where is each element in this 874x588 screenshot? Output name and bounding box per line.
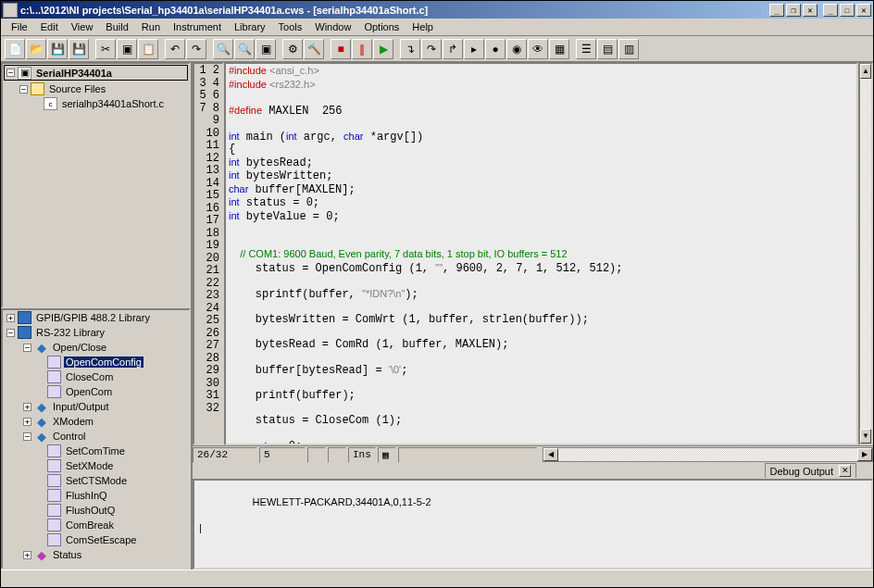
menu-build[interactable]: Build	[99, 19, 134, 34]
tool-break[interactable]: ‖	[352, 39, 372, 59]
child-minimize-button[interactable]: _	[769, 4, 784, 17]
code-text[interactable]: #include <ansi_c.h> #include <rs232.h> #…	[224, 62, 858, 445]
panel-icon	[47, 444, 61, 457]
app-icon	[3, 3, 18, 18]
scroll-down-button[interactable]: ▼	[860, 429, 871, 444]
menu-library[interactable]: Library	[228, 19, 272, 34]
tool-stepinto[interactable]: ↴	[400, 39, 420, 59]
collapse-icon[interactable]: −	[19, 85, 28, 94]
menu-instrument[interactable]: Instrument	[167, 19, 228, 34]
project-folder[interactable]: − Source Files	[3, 81, 189, 96]
status-ins: Ins	[348, 447, 376, 463]
status-cell-7	[398, 447, 537, 463]
lib-group-control[interactable]: − ◆ Control	[3, 429, 189, 444]
library-tree[interactable]: + GPIB/GPIB 488.2 Library − RS-232 Libra…	[1, 308, 191, 569]
menu-help[interactable]: Help	[406, 19, 440, 34]
lib-item-combreak[interactable]: ComBreak	[3, 518, 189, 532]
lib-group-io[interactable]: + ◆ Input/Output	[3, 399, 189, 414]
lib-item-opencomconfig[interactable]: OpenComConfig	[3, 355, 189, 369]
scroll-right-button[interactable]: ▶	[857, 448, 872, 461]
menu-file[interactable]: File	[5, 19, 34, 34]
maximize-button[interactable]: ☐	[840, 4, 855, 17]
tool-paste[interactable]: 📋	[138, 39, 158, 59]
tool-build[interactable]: 🔨	[304, 39, 324, 59]
tool-undo[interactable]: ↶	[165, 39, 185, 59]
project-tree[interactable]: − ▣ SerialHP34401a − Source Files c seri…	[1, 62, 191, 308]
collapse-icon[interactable]: −	[23, 432, 31, 441]
tool-watch[interactable]: 👁	[528, 39, 548, 59]
project-root[interactable]: − ▣ SerialHP34401a	[4, 65, 188, 81]
lib-item-setxmode[interactable]: SetXMode	[3, 458, 189, 473]
lib-item-closecom[interactable]: CloseCom	[3, 369, 189, 384]
tool-threads[interactable]: ☰	[576, 39, 596, 59]
tool-compile[interactable]: ⚙	[282, 39, 303, 59]
tool-run[interactable]: ▶	[373, 39, 393, 59]
scroll-track[interactable]	[860, 79, 871, 429]
lib-item-setcomtime[interactable]: SetComTime	[3, 444, 189, 458]
diamond-icon: ◆	[34, 415, 48, 428]
editor-hscroll[interactable]: ◀ ▶	[543, 447, 873, 462]
lib-item-flushinq[interactable]: FlushInQ	[3, 488, 189, 503]
menu-edit[interactable]: Edit	[34, 19, 65, 34]
close-button[interactable]: ✕	[856, 4, 871, 17]
tool-findnext[interactable]: 🔍	[234, 39, 255, 59]
expand-icon[interactable]: +	[6, 314, 15, 322]
collapse-icon[interactable]: −	[23, 344, 31, 352]
expand-icon[interactable]: +	[23, 551, 31, 559]
lib-group-openclose[interactable]: − ◆ Open/Close	[3, 340, 189, 355]
tool-stop[interactable]: ■	[331, 39, 351, 59]
project-icon: ▣	[18, 67, 31, 80]
collapse-icon[interactable]: −	[6, 329, 15, 337]
scroll-up-button[interactable]: ▲	[860, 64, 871, 79]
lib-group-status[interactable]: + ◆ Status	[3, 547, 189, 562]
child-restore-button[interactable]: ❐	[786, 4, 801, 17]
menu-run[interactable]: Run	[135, 19, 167, 34]
lib-item-comsetescape[interactable]: ComSetEscape	[3, 532, 189, 547]
panel-icon	[47, 385, 61, 398]
menu-window[interactable]: Window	[308, 19, 357, 34]
lib-group-xmodem[interactable]: + ◆ XModem	[3, 414, 189, 429]
tool-bookmark[interactable]: ▣	[256, 39, 276, 59]
tool-runto[interactable]: ▸	[464, 39, 484, 59]
tool-save[interactable]: 💾	[47, 39, 68, 59]
output-tab-label: Debug Output	[770, 466, 834, 477]
menu-tools[interactable]: Tools	[272, 19, 309, 34]
collapse-icon[interactable]: −	[6, 69, 15, 77]
tool-cut[interactable]: ✂	[95, 39, 116, 59]
panel-icon	[47, 459, 61, 472]
lib-top[interactable]: + GPIB/GPIB 488.2 Library	[3, 310, 189, 325]
lib-item-flushoutq[interactable]: FlushOutQ	[3, 503, 189, 518]
scroll-left-button[interactable]: ◀	[543, 448, 558, 461]
minimize-button[interactable]: _	[823, 4, 838, 17]
expand-icon[interactable]: +	[23, 418, 31, 426]
tool-saveall[interactable]: 💾	[69, 39, 89, 59]
panel-icon	[47, 519, 61, 532]
lib-rs232[interactable]: − RS-232 Library	[3, 325, 189, 340]
panel-icon	[47, 489, 61, 502]
project-file[interactable]: c serialhp34401aShort.c	[3, 96, 189, 111]
editor-vscroll[interactable]: ▲ ▼	[858, 62, 873, 445]
lib-item-opencom[interactable]: OpenCom	[3, 384, 189, 399]
output-tab[interactable]: Debug Output ✕	[765, 463, 857, 478]
tool-memory[interactable]: ▤	[597, 39, 618, 59]
workspace: − ▣ SerialHP34401a − Source Files c seri…	[1, 62, 873, 569]
code-editor[interactable]: 1 2 3 4 5 6 7 8 9 10 11 12 13 14 15 16 1…	[193, 62, 873, 445]
tool-find[interactable]: 🔍	[213, 39, 233, 59]
output-close-button[interactable]: ✕	[839, 465, 851, 477]
menu-view[interactable]: View	[65, 19, 100, 34]
tool-stack[interactable]: ▥	[618, 39, 639, 59]
child-close-button[interactable]: ✕	[803, 4, 818, 17]
expand-icon[interactable]: +	[23, 403, 31, 411]
tool-open[interactable]: 📂	[26, 39, 46, 59]
tool-new[interactable]: 📄	[5, 39, 25, 59]
lib-item-setctsmode[interactable]: SetCTSMode	[3, 473, 189, 488]
tool-breakpoints[interactable]: ◉	[506, 39, 527, 59]
tool-copy[interactable]: ▣	[117, 39, 137, 59]
tool-stepout[interactable]: ↱	[443, 39, 463, 59]
debug-output[interactable]: HEWLETT-PACKARD,34401A,0,11-5-2 |	[193, 479, 873, 569]
tool-stepover[interactable]: ↷	[421, 39, 442, 59]
tool-redo[interactable]: ↷	[186, 39, 206, 59]
tool-vars[interactable]: ▦	[549, 39, 569, 59]
tool-breakpoint[interactable]: ●	[485, 39, 506, 59]
menu-options[interactable]: Options	[357, 19, 406, 34]
